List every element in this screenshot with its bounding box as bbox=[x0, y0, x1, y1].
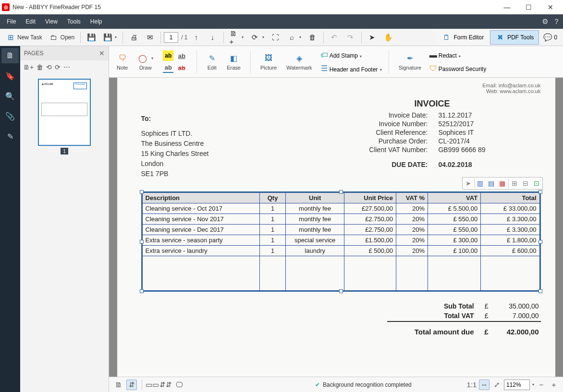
strikeout-icon[interactable]: ab bbox=[176, 62, 187, 73]
view-single-page-icon[interactable]: 🗎 bbox=[113, 380, 123, 390]
selection-handle[interactable] bbox=[339, 289, 343, 293]
subtotal-value: 35.000,00 bbox=[490, 301, 541, 311]
comments-button[interactable]: 💬 0 bbox=[540, 31, 560, 44]
draw-icon[interactable]: ◯ bbox=[137, 53, 148, 63]
check-icon: ✔ bbox=[315, 381, 320, 388]
view-continuous-icon[interactable]: ⇵ bbox=[126, 380, 137, 390]
header-footer-button[interactable]: ☰Header and Footer ▾ bbox=[319, 63, 382, 74]
table-delete-icon[interactable]: ▦ bbox=[497, 178, 508, 189]
signature-icon[interactable]: ✒ bbox=[404, 53, 415, 63]
recognize-button[interactable]: ⌕▾ bbox=[284, 31, 304, 44]
th-price: Unit Price bbox=[344, 193, 396, 203]
more-icon[interactable]: ⋯ bbox=[63, 63, 70, 71]
form-editor-button[interactable]: 🗒 Form Editor bbox=[436, 30, 489, 45]
redo-button[interactable]: ↷ bbox=[343, 31, 358, 44]
pointer-button[interactable]: ➤ bbox=[365, 31, 380, 44]
add-stamp-button[interactable]: 🏷Add Stamp ▾ bbox=[319, 50, 382, 60]
pages-panel-close-icon[interactable]: ✕ bbox=[99, 49, 105, 57]
save-as-button[interactable]: 💾▾ bbox=[100, 31, 120, 44]
zoom-input[interactable] bbox=[504, 380, 530, 390]
highlight-icon[interactable]: ab bbox=[163, 50, 173, 61]
pointer-icon[interactable]: ➤ bbox=[463, 178, 474, 189]
zoom-in-icon[interactable]: + bbox=[549, 380, 559, 390]
table-column-icon[interactable]: ▥ bbox=[475, 178, 486, 189]
attachments-tab-icon[interactable]: 📎 bbox=[1, 108, 19, 124]
bookmarks-tab-icon[interactable]: 🔖 bbox=[1, 68, 19, 83]
view-two-page-icon[interactable]: ▭▭ bbox=[147, 380, 158, 390]
separator bbox=[389, 50, 389, 73]
selection-handle[interactable] bbox=[539, 190, 542, 194]
menu-help[interactable]: Help bbox=[86, 15, 107, 28]
selection-handle[interactable] bbox=[539, 289, 542, 293]
selection-handle[interactable] bbox=[140, 240, 144, 244]
picture-icon[interactable]: 🖼 bbox=[263, 53, 274, 63]
add-page-button[interactable]: 🗎+▾ bbox=[227, 31, 246, 44]
pages-tab-icon[interactable]: 🗎 bbox=[1, 48, 19, 63]
merge-cells-icon[interactable]: ⊞ bbox=[509, 178, 520, 189]
selection-handle[interactable] bbox=[339, 190, 343, 194]
note-label: Note bbox=[117, 65, 128, 71]
edit-icon[interactable]: ✎ bbox=[207, 53, 217, 63]
redact-button[interactable]: ▬Redact ▾ bbox=[428, 50, 486, 60]
rotate-button[interactable]: ⟳▾ bbox=[247, 31, 267, 44]
help-icon[interactable]: ？ bbox=[551, 17, 561, 26]
view-two-continuous-icon[interactable]: ⇵⇵ bbox=[160, 380, 171, 390]
password-security-button[interactable]: 🛡Password Security bbox=[428, 63, 486, 74]
grand-value: 42.000,00 bbox=[490, 321, 541, 337]
email-button[interactable]: ✉ bbox=[142, 31, 158, 44]
fit-width-icon[interactable]: ↔ bbox=[479, 380, 490, 390]
search-tab-icon[interactable]: 🔍 bbox=[1, 88, 19, 104]
page-up-button[interactable]: ↑ bbox=[189, 31, 204, 44]
add-page-icon[interactable]: 🗎+ bbox=[23, 63, 34, 71]
one-to-one-icon[interactable]: 1:1 bbox=[466, 380, 477, 390]
split-cells-icon[interactable]: ⊟ bbox=[520, 178, 531, 189]
menu-edit[interactable]: Edit bbox=[21, 15, 40, 28]
delete-page-button[interactable]: 🗑 bbox=[305, 31, 320, 44]
menu-file[interactable]: File bbox=[2, 15, 21, 28]
delete-page-icon[interactable]: 🗑 bbox=[37, 63, 43, 71]
table-row: Cleaning service - Oct 20171monthly fee£… bbox=[142, 203, 539, 214]
page-thumbnail-1[interactable]: ◆ ACLAM Processed bbox=[38, 79, 91, 146]
zoom-out-icon[interactable]: − bbox=[536, 380, 547, 390]
page-number-input[interactable] bbox=[164, 32, 178, 43]
pdf-tools-button[interactable]: ✖ PDF Tools bbox=[490, 30, 539, 45]
menu-tools[interactable]: Tools bbox=[62, 15, 86, 28]
selection-handle[interactable] bbox=[539, 240, 542, 244]
zoom-dropdown-icon[interactable]: ▾ bbox=[532, 382, 534, 387]
subtotal-currency: £ bbox=[476, 301, 490, 311]
table-analyze-icon[interactable]: ⊡ bbox=[531, 178, 542, 189]
fit-page-icon[interactable]: ⤢ bbox=[491, 380, 502, 390]
rotate-left-icon[interactable]: ⟲ bbox=[46, 63, 52, 71]
table-row: Cleaning service - Dec 20171monthly fee£… bbox=[142, 225, 539, 235]
separator bbox=[80, 32, 81, 43]
watermark-icon[interactable]: ◈ bbox=[294, 53, 305, 63]
save-button[interactable]: 💾 bbox=[84, 31, 99, 44]
close-button[interactable]: ✕ bbox=[539, 0, 561, 14]
rotate-right-icon[interactable]: ⟳ bbox=[55, 63, 61, 71]
minimize-button[interactable]: — bbox=[496, 0, 518, 14]
selection-handle[interactable] bbox=[140, 190, 144, 194]
separator bbox=[223, 32, 224, 43]
signatures-tab-icon[interactable]: ✎ bbox=[1, 129, 19, 144]
print-button[interactable]: 🖨 bbox=[126, 31, 141, 44]
document-viewer[interactable]: Email: info@aclam.co.uk Web: www.aclam.c… bbox=[109, 78, 563, 377]
insert-text-icon[interactable]: ab bbox=[163, 62, 173, 73]
table-row-icon[interactable]: ▤ bbox=[486, 178, 497, 189]
erase-icon[interactable]: ◧ bbox=[229, 53, 239, 63]
table-selection[interactable]: Description Qty Unit Unit Price VAT % VA… bbox=[141, 191, 541, 292]
underline-icon[interactable]: ab bbox=[176, 50, 187, 61]
totals-block: Sub Total£35.000,00 Total VAT£7.000,00 T… bbox=[387, 301, 541, 337]
open-button[interactable]: 🗀 Open bbox=[46, 31, 77, 44]
new-task-button[interactable]: ⊞ New Task bbox=[3, 31, 45, 44]
undo-button[interactable]: ↶ bbox=[327, 31, 342, 44]
hand-button[interactable]: ✋ bbox=[381, 31, 396, 44]
maximize-button[interactable]: ☐ bbox=[518, 0, 539, 14]
document-page[interactable]: Email: info@aclam.co.uk Web: www.aclam.c… bbox=[117, 78, 555, 377]
page-down-button[interactable]: ↓ bbox=[205, 31, 220, 44]
crop-button[interactable]: ⛶ bbox=[268, 31, 283, 44]
view-presentation-icon[interactable]: 🖵 bbox=[174, 380, 184, 390]
settings-icon[interactable]: ⚙ bbox=[540, 17, 550, 26]
note-icon[interactable]: 🗨 bbox=[117, 53, 128, 63]
selection-handle[interactable] bbox=[140, 289, 144, 293]
menu-view[interactable]: View bbox=[40, 15, 62, 28]
